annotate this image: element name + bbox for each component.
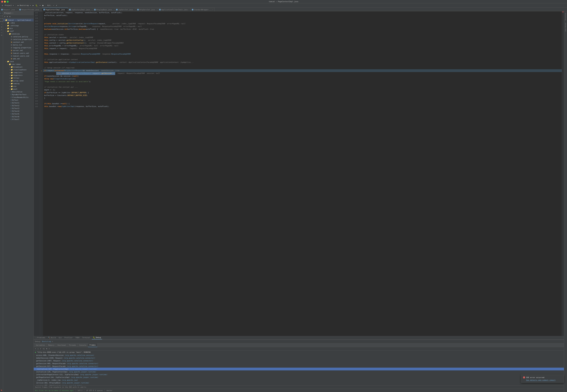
debug-frame-item[interactable]: internalGetPageContext:111, JspFactoryIm… — [34, 373, 564, 376]
tab-close-standardwrapper[interactable]: × — [212, 9, 213, 10]
tree-item[interactable]: 🗎hello.txt — [3, 43, 34, 46]
bigdata-side-icon[interactable]: B — [0, 26, 3, 28]
tree-item[interactable]: CBasicValue — [3, 90, 34, 93]
pullrequests-side-icon[interactable]: PR — [0, 17, 3, 20]
tree-item[interactable]: ▸📁.settings — [3, 24, 34, 27]
ant-side-icon[interactable]: A — [0, 28, 3, 31]
window-controls[interactable] — [1, 1, 9, 3]
tree-item[interactable]: 🗎tomcat-users.xsd — [3, 55, 34, 57]
tab-appfilterchain[interactable]: ApplicationFilterChain.java × — [158, 8, 190, 11]
debug-frame-item[interactable]: getPageContext:64, JspFactoryImpl (org.a… — [34, 376, 564, 379]
jol-side-icon[interactable]: J — [0, 31, 3, 34]
right-tab-json[interactable]: Json Parser — [565, 22, 567, 33]
maximize-button[interactable] — [7, 1, 9, 3]
debug-frame-item[interactable]: initialize:126, PageContextImpl (org.apa… — [34, 370, 564, 373]
tree-item[interactable]: 🗎tomcat-users.xml — [3, 52, 34, 55]
coverage-btn[interactable]: ☂ — [39, 4, 41, 7]
debug-frame-item[interactable]: getSession:905, RequestFacade (org.apach… — [34, 362, 564, 365]
jclasslib-side-icon[interactable]: JC — [0, 34, 3, 36]
debug-btn[interactable]: 🐛 — [35, 4, 38, 7]
console-tab[interactable]: Console — [78, 343, 88, 347]
tree-item[interactable]: CELTest3 — [3, 107, 34, 110]
tab-httpservlet[interactable]: HttpServlet.java × — [136, 8, 158, 11]
ide-error-link[interactable]: See details and submit report — [526, 379, 562, 381]
tree-item[interactable]: CELTest2 — [3, 104, 34, 107]
threads-tab[interactable]: Threads — [67, 343, 78, 347]
tab-jspservlet[interactable]: JspServlet.java × — [115, 8, 136, 11]
variables-tab[interactable]: Variables — [34, 343, 47, 347]
bookmarks-side-icon[interactable]: 🔖 — [0, 389, 3, 392]
tree-item[interactable]: 🗎catalina.policy — [3, 35, 34, 38]
profiler-tab[interactable]: Profiler — [63, 336, 74, 339]
structure-side-icon[interactable]: St — [0, 15, 3, 17]
tree-item[interactable]: ▾📁tomcat - /gitlab/tomcat — [3, 19, 34, 21]
git-label[interactable]: Git: — [47, 4, 52, 7]
project-dropdown-icon[interactable]: ▾ — [12, 12, 13, 14]
tab-close-jspservlet[interactable]: × — [134, 9, 134, 10]
tab-close-requestfacade[interactable]: × — [40, 9, 41, 10]
run-btn[interactable]: ▶ — [32, 4, 34, 7]
tree-item[interactable]: ▸📁nio — [3, 85, 34, 88]
codota-side-icon[interactable]: C — [0, 23, 3, 26]
tree-item[interactable]: ▸📁classloadtest — [3, 68, 34, 71]
tree-item[interactable]: 🗎context.xml — [3, 41, 34, 43]
tree-item[interactable]: ▸📁group.send — [3, 79, 34, 82]
tree-item[interactable]: ▸📁bin — [3, 27, 34, 30]
debug-frame-item[interactable]: doGetSession:3190, Request (org.apache.c… — [34, 357, 564, 359]
debug-frame-item[interactable]: access:686, StandardSession (org.apache.… — [34, 354, 564, 357]
tab-close-appfilterchain[interactable]: × — [189, 9, 189, 10]
tree-item[interactable]: CELTest4 — [3, 110, 34, 112]
debug-frame-item[interactable]: _initialize:147, PageContextImpl (org.ap… — [34, 368, 564, 370]
tab-standardwrapper[interactable]: StandardWrapper... × — [190, 8, 215, 11]
debug-frame-item[interactable]: getSession:917, RequestFacade (org.apach… — [34, 365, 564, 368]
debug-tab[interactable]: 🐛 Debug — [92, 336, 102, 339]
debug-session-name[interactable]: Bootstrap — [42, 340, 51, 342]
run-configs[interactable]: ▶ Bootstrap ▾ — [17, 4, 31, 7]
debug-frame-item[interactable]: service:495, HttpServlet (javax.servlet.… — [34, 384, 564, 385]
tree-item[interactable]: 🗎catalina.properties — [3, 38, 34, 41]
overhead-tab[interactable]: Overhead — [56, 343, 67, 347]
frames-tab[interactable]: Frames — [88, 343, 97, 347]
tree-item[interactable]: CELTest6 — [3, 115, 34, 118]
debug-step-over[interactable]: ↷ — [34, 347, 37, 350]
tree-item[interactable]: CELTest1 — [3, 101, 34, 104]
tree-item[interactable]: CClassReaderUtils — [3, 96, 34, 99]
debug-frame-item[interactable]: getSession:2487, Request (org.apache.cat… — [34, 359, 564, 362]
tree-item[interactable]: CByteBufferTest — [3, 93, 34, 96]
tree-item[interactable]: ▸📁compilerx — [3, 71, 34, 74]
git-x[interactable]: ✗ — [55, 4, 58, 7]
tree-item[interactable]: CELTest5 — [3, 112, 34, 115]
tab-close-pagecontextimpl[interactable]: × — [66, 9, 67, 10]
tab-close-request[interactable]: × — [16, 9, 17, 10]
tree-item[interactable]: ▸📁broadcast — [3, 66, 34, 68]
build-tab[interactable]: 🔨 Build — [47, 336, 57, 339]
minimize-button[interactable] — [4, 1, 6, 3]
tree-item[interactable]: ▾📁com.luban — [3, 63, 34, 66]
tab-jspfactoryimpl[interactable]: JspFactoryImpl.java × — [68, 8, 93, 11]
debug-session-close[interactable]: × — [52, 340, 53, 342]
tab-requestfacade[interactable]: RequestFacade.java × — [18, 8, 42, 11]
debug-frame-item[interactable]: service:102, HttpJspBase (org.apache.jas… — [34, 381, 564, 384]
todo-tab[interactable]: TODO — [74, 336, 81, 339]
stop-btn[interactable]: ■ — [42, 4, 44, 7]
project-side-icon[interactable]: Proj — [0, 12, 3, 14]
tree-item[interactable]: ▸📁Catalina — [3, 32, 34, 35]
code-content[interactable]: _initialize(servlet, request, response, … — [43, 11, 562, 336]
database-side-icon[interactable]: DB — [0, 20, 3, 23]
debug-frame-item[interactable]: _jspService:2, index_jsp (org.apache.jsp… — [34, 379, 564, 381]
toolbar-back[interactable]: ⚙ — [1, 4, 3, 7]
tree-item[interactable]: CFlTest7 — [3, 118, 34, 121]
panel-locate-btn[interactable]: ⊙ — [4, 15, 6, 18]
tree-item[interactable]: 🗎logging.properties — [3, 46, 34, 49]
tree-item[interactable]: ▾📁conf — [3, 30, 34, 32]
tab-pagecontextimpl[interactable]: PageContextImpl.java × — [42, 8, 68, 11]
tree-item[interactable]: ▸📁naming — [3, 82, 34, 85]
debug-run-cursor[interactable]: →| — [42, 347, 45, 350]
right-tab-structure[interactable]: Structure — [565, 12, 567, 21]
debug-more[interactable]: ⋯ — [48, 347, 50, 350]
git-check[interactable]: ✓ — [53, 4, 55, 7]
tab-close-httpservlet[interactable]: × — [156, 9, 157, 10]
tree-item[interactable]: 🗎server.xml — [3, 49, 34, 52]
tab-close-httpjspbase[interactable]: × — [113, 9, 114, 10]
debug-step-out[interactable]: ↑ — [39, 347, 42, 350]
